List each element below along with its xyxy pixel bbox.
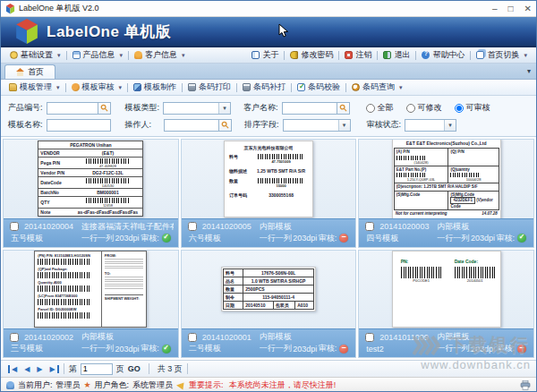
app-logo-icon [5,4,15,14]
template-id: 20141020004 [24,222,81,231]
menu-separator [377,51,378,60]
audit-status-icon [162,234,171,243]
menu-basic-settings[interactable]: 基础设置 [5,48,65,63]
minimize-button[interactable]: – [492,2,498,16]
operator-search-button[interactable] [219,119,232,132]
printer-icon [188,83,196,91]
toolbar-barcode-verify[interactable]: 条码校验 [293,81,345,95]
next-page-button[interactable]: ▶ [33,365,46,373]
page-number-input[interactable] [81,363,113,375]
radio-editable-input[interactable] [406,104,415,113]
menu-product-info[interactable]: 产品信息 [68,48,128,63]
chevron-down-icon[interactable]: ▾ [444,120,456,131]
template-card[interactable]: 京东方光电科技有限公司 料号47-7501009 物料描述1.25 WTB SM… [181,139,357,248]
first-page-button[interactable]: ◀ [8,365,21,373]
labelone-window: { "window": { "title": "LabelOne 单机版 V2.… [0,0,537,392]
product-no-input[interactable] [47,102,98,115]
template-type-select[interactable]: ▾ [163,102,231,115]
toolbar-separator [65,83,66,92]
barcode [401,267,442,278]
radio-all-input[interactable] [366,104,375,113]
prev-page-button[interactable]: ◀ [21,365,33,373]
alert-horn-icon [176,381,184,389]
customer-name-search-button[interactable] [337,102,350,115]
barcode [38,285,91,292]
select-template-checkbox[interactable] [10,222,19,231]
mouse-cursor-icon [278,23,289,38]
select-template-checkbox[interactable] [188,222,197,231]
register-alert-text: 本系统尚未注册，请尽快注册! [229,379,337,391]
customer-name-input[interactable] [282,102,337,115]
last-page-button[interactable]: ▶ [46,365,58,373]
template-card-grid: PEGATRON Unihan VENDOR(E&T) Pega P/N47-4… [1,137,536,360]
menu-customer-info[interactable]: 客户信息 [130,48,190,63]
toolbar-template-manage[interactable]: 模板管理 [4,81,64,95]
menu-exit[interactable]: 退出 [379,48,414,63]
user-role-label: 用户角色: [95,379,130,391]
label-image: PEGATRON Unihan VENDOR(E&T) Pega P/N47-4… [38,141,143,217]
template-card[interactable]: PEGATRON Unihan VENDOR(E&T) Pega P/N47-4… [3,139,179,248]
label-preview: 京东方光电科技有限公司 料号47-7501009 物料描述1.25 WTB SM… [182,140,356,218]
menu-separator [338,51,339,60]
template-card[interactable]: (PN) P/N: 8131028E3-HG120SN (QP)atd Pack… [3,250,179,359]
toolbar-template-design[interactable]: 模板制作 [129,81,181,95]
menu-change-password[interactable]: 修改密码 [286,48,337,63]
menu-help-center[interactable]: 帮助中心 [417,48,469,63]
radio-editable[interactable]: 可修改 [406,102,442,114]
fine-print-lines [105,259,144,269]
template-card[interactable]: E&T E&T Electronics(Suzhou) Co.,Ltd (A) … [358,139,534,248]
toolbar-template-audit[interactable]: 模板审核 [67,81,127,95]
toolbar-barcode-query[interactable]: 条码查询 [347,81,407,95]
template-info: 连接器福清天祥电子配件有... [81,221,174,233]
template-info: 内部模板 [260,221,352,233]
toolbar-barcode-print[interactable]: 条码打印 [183,81,235,95]
operator-label: 操作人: [125,119,152,131]
template-card[interactable]: 料号17676-S06N-00L 品名1.0 WTB SMT/RA S/RHGP… [181,250,357,359]
radio-auditable-input[interactable] [455,104,464,113]
go-button[interactable]: GO [128,364,141,373]
select-template-checkbox[interactable] [365,222,374,231]
chevron-down-icon[interactable]: ▾ [218,103,230,114]
audit-status-icon [162,345,171,354]
select-template-checkbox[interactable] [365,333,374,342]
tab-strip: 首页 ▾ [1,64,536,80]
pencil-icon [133,83,141,91]
toolbar-barcode-reprint[interactable]: 条码补打 [238,81,290,95]
template-name: 五号模板 [8,233,81,244]
menu-separator [470,51,471,60]
close-button[interactable]: ✕ [524,2,532,16]
label-preview: E&T E&T Electronics(Suzhou) Co.,Ltd (A) … [359,140,533,218]
current-user-value: 管理员 [56,379,81,391]
menu-logoff[interactable]: 注销 [340,48,376,63]
search-icon [100,104,108,112]
radio-auditable[interactable]: 可审核 [455,102,490,114]
template-name-input[interactable] [47,119,111,132]
exit-door-icon [383,51,391,59]
radio-all[interactable]: 全部 [366,102,394,114]
operator-input[interactable] [164,119,219,132]
template-card[interactable]: PN:P0CODE1 Date Code:20140501 2014101100… [358,250,534,359]
printer-status-icon[interactable] [520,380,531,390]
chevron-down-icon[interactable]: ▾ [338,120,350,131]
tab-list-dropdown-icon[interactable]: ▾ [527,67,531,75]
label-preview: PN:P0CODE1 Date Code:20140501 [359,251,533,329]
menu-about[interactable]: 关于 [247,48,283,63]
barcode [455,267,496,278]
menu-page-switch[interactable]: 首页切换 [472,48,532,63]
maximize-button[interactable]: □ [508,2,514,16]
select-template-checkbox[interactable] [10,333,19,342]
select-template-checkbox[interactable] [188,333,197,342]
audit-status-select[interactable]: ▾ [405,119,456,132]
current-user-label: 当前用户: [18,379,53,391]
sort-field-select[interactable]: ▾ [283,119,351,132]
tab-home[interactable]: 首页 [4,64,55,79]
customer-name-label: 客户名称: [243,102,278,114]
search-icon [339,104,347,112]
printer-icon [243,83,251,91]
toolbar-separator [127,83,128,92]
label-image: 料号17676-S06N-00L 品名1.0 WTB SMT/RA S/RHGP… [221,267,316,311]
brand-cube-logo [15,19,38,44]
toolbar-separator [182,83,183,92]
product-no-search-button[interactable] [98,102,111,115]
folder-icon [9,83,17,91]
